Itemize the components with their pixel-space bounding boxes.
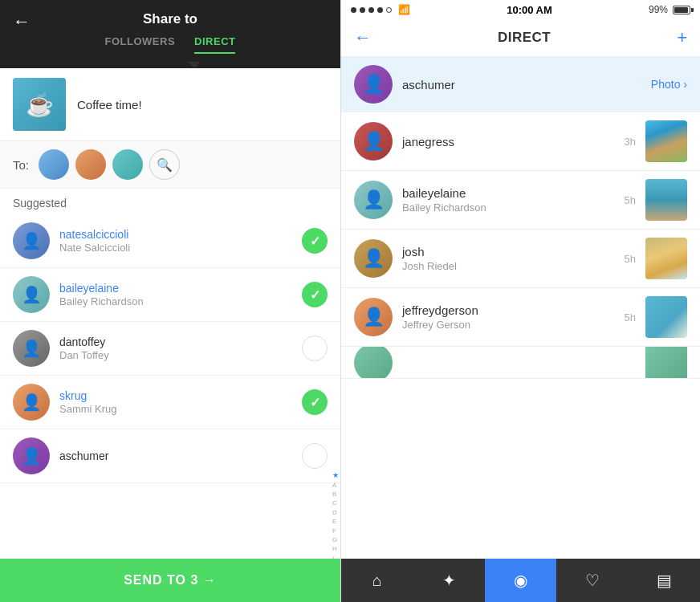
selected-avatar-1[interactable] [39, 149, 69, 180]
check-baileyelaine[interactable]: ✓ [302, 282, 328, 307]
avatar-aschumer-left: 👤 [13, 437, 50, 474]
msg-avatar-baileyelaine: 👤 [354, 181, 393, 219]
message-list: 👤 aschumer Photo › 👤 janegress 3h [341, 57, 700, 559]
avatar-baileyelaine: 👤 [13, 276, 50, 313]
contacts-list: ★ A B C D E F G H I J K L M N O P Q R S [0, 214, 340, 559]
battery-text: 99% [649, 4, 668, 15]
contact-dantoffey[interactable]: 👤 dantoffey Dan Toffey [0, 322, 340, 376]
nav-home[interactable]: ⌂ [341, 559, 413, 602]
contact-realname-natesalciccioli: Nate Salciccioli [59, 242, 292, 254]
nav-camera[interactable]: ◉ [485, 559, 556, 602]
alpha-i[interactable]: I [332, 555, 339, 559]
nav-activity[interactable]: ♡ [556, 559, 628, 602]
left-main: Coffee time! To: 🔍 Suggested ★ A B C D E… [0, 68, 340, 602]
battery-fill [674, 7, 688, 13]
msg-time-baileyelaine: 5h [625, 194, 636, 206]
right-header: ← DIRECT + [341, 19, 700, 57]
signal-indicators: 📶 [351, 4, 410, 15]
alpha-e[interactable]: E [332, 518, 339, 526]
msg-username-janegress: janegress [402, 135, 615, 148]
selected-avatar-3[interactable] [112, 149, 143, 180]
message-partial[interactable] [341, 347, 700, 379]
contact-info-baileyelaine: baileyelaine Bailey Richardson [59, 282, 292, 307]
msg-realname-jeffreydgerson: Jeffrey Gerson [402, 319, 615, 331]
contact-info-aschumer: aschumer [59, 449, 292, 462]
post-preview: Coffee time! [0, 68, 340, 141]
msg-avatar-janegress: 👤 [354, 122, 393, 161]
alpha-b[interactable]: B [332, 490, 339, 498]
msg-realname-baileyelaine: Bailey Richardson [402, 201, 615, 214]
msg-username-aschumer: aschumer [402, 78, 641, 92]
nav-profile[interactable]: ▤ [629, 559, 700, 602]
msg-username-jeffreydgerson: jeffreydgerson [402, 303, 615, 317]
msg-username-baileyelaine: baileyelaine [402, 186, 615, 200]
msg-time-janegress: 3h [625, 136, 636, 148]
left-header: ← Share to FOLLOWERS DIRECT [0, 0, 340, 68]
nav-explore[interactable]: ✦ [413, 559, 484, 602]
msg-thumb-partial [645, 347, 687, 379]
msg-thumb-josh [645, 238, 687, 279]
send-button[interactable]: SEND TO 3 → [0, 559, 340, 602]
alphabet-star[interactable]: ★ [332, 471, 339, 481]
check-aschumer[interactable] [302, 443, 328, 469]
signal-dot-1 [351, 7, 356, 13]
thumb-image-baileyelaine [645, 179, 687, 221]
msg-thumb-janegress [645, 120, 687, 162]
check-icon: ✓ [310, 234, 320, 249]
msg-avatar-jeffreydgerson: 👤 [354, 298, 393, 336]
share-to-title: Share to [143, 11, 197, 27]
tab-direct[interactable]: DIRECT [194, 35, 235, 54]
check-icon-3: ✓ [310, 395, 320, 410]
alpha-a[interactable]: A [332, 482, 339, 490]
post-caption: Coffee time! [77, 98, 142, 112]
contact-aschumer[interactable]: 👤 aschumer [0, 429, 340, 483]
contact-username-aschumer: aschumer [59, 449, 292, 462]
message-baileyelaine[interactable]: 👤 baileyelaine Bailey Richardson 5h [341, 171, 700, 230]
msg-avatar-aschumer: 👤 [354, 65, 393, 104]
msg-meta-aschumer: Photo › [651, 78, 687, 91]
msg-info-josh: josh Josh Riedel [402, 245, 615, 272]
signal-dot-5 [386, 7, 392, 13]
message-aschumer[interactable]: 👤 aschumer Photo › [341, 57, 700, 112]
check-skrug[interactable]: ✓ [302, 389, 328, 415]
signal-dot-4 [377, 7, 383, 13]
contact-username-dantoffey: dantoffey [59, 336, 292, 348]
msg-info-jeffreydgerson: jeffreydgerson Jeffrey Gerson [402, 303, 615, 331]
msg-meta-josh: 5h [625, 253, 636, 265]
msg-avatar-josh: 👤 [354, 239, 393, 278]
contact-info-skrug: skrug Sammi Krug [59, 389, 292, 415]
to-label: To: [13, 158, 29, 172]
alpha-f[interactable]: F [332, 527, 339, 535]
message-josh[interactable]: 👤 josh Josh Riedel 5h [341, 230, 700, 288]
contact-natesalciccioli[interactable]: 👤 natesalciccioli Nate Salciccioli ✓ [0, 214, 340, 268]
message-janegress[interactable]: 👤 janegress 3h [341, 112, 700, 171]
contact-realname-dantoffey: Dan Toffey [59, 349, 292, 361]
battery-icon [673, 6, 690, 14]
thumb-image-josh [645, 238, 687, 279]
check-natesalciccioli[interactable]: ✓ [302, 228, 328, 254]
check-icon-2: ✓ [310, 287, 320, 303]
message-jeffreydgerson[interactable]: 👤 jeffreydgerson Jeffrey Gerson 5h [341, 288, 700, 347]
msg-time-jeffreydgerson: 5h [625, 311, 636, 323]
contact-realname-baileyelaine: Bailey Richardson [59, 295, 292, 307]
status-right: 99% [649, 4, 690, 15]
post-image [13, 78, 66, 131]
contact-baileyelaine[interactable]: 👤 baileyelaine Bailey Richardson ✓ [0, 268, 340, 322]
contact-skrug[interactable]: 👤 skrug Sammi Krug ✓ [0, 376, 340, 429]
selected-avatar-2[interactable] [75, 149, 106, 180]
search-avatar-btn[interactable]: 🔍 [149, 149, 180, 180]
tab-followers[interactable]: FOLLOWERS [105, 35, 176, 54]
contact-username-skrug: skrug [59, 389, 292, 402]
right-back-button[interactable]: ← [354, 27, 372, 48]
msg-photo-label-aschumer[interactable]: Photo › [651, 78, 687, 91]
alpha-h[interactable]: H [332, 545, 339, 553]
add-button[interactable]: + [677, 27, 687, 48]
left-panel: ← Share to FOLLOWERS DIRECT Coffee time!… [0, 0, 341, 602]
alpha-g[interactable]: G [332, 536, 339, 544]
search-icon: 🔍 [157, 157, 173, 173]
alpha-c[interactable]: C [332, 499, 339, 507]
thumb-image-jeffreydgerson [645, 296, 687, 338]
alpha-d[interactable]: D [332, 509, 339, 517]
back-button[interactable]: ← [13, 11, 31, 32]
check-dantoffey[interactable] [302, 336, 328, 361]
